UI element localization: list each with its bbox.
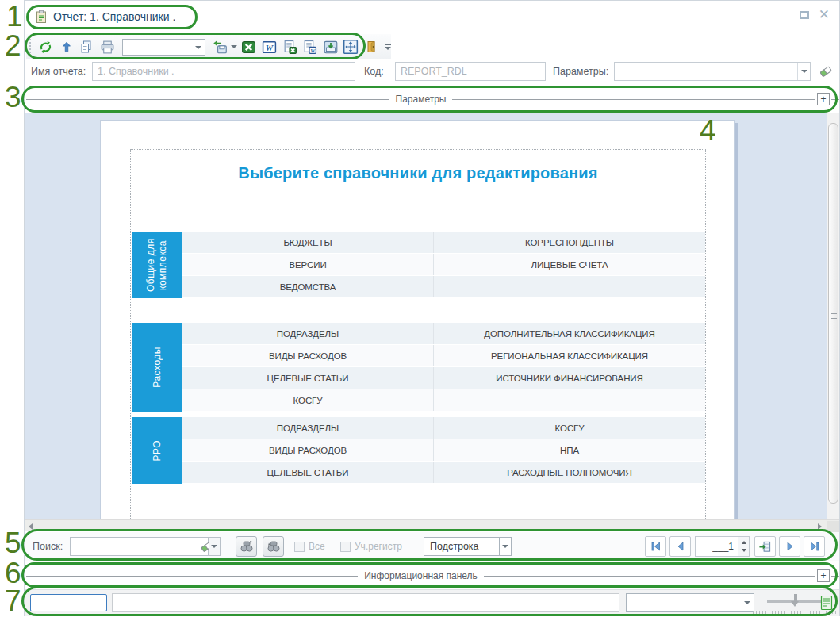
svg-text:W: W <box>266 43 274 52</box>
export-word-template-icon[interactable]: W <box>301 38 319 56</box>
report-group-rro: РРО ПОДРАЗДЕЛЫ КОСГУ ВИДЫ РАСХОДОВ НПА <box>132 417 705 484</box>
send-icon[interactable] <box>322 38 339 56</box>
expand-info-panel-button[interactable]: + <box>817 569 830 582</box>
clear-parameters-button[interactable] <box>817 63 834 80</box>
scrollbar-corner <box>827 521 839 532</box>
binoculars-icon <box>240 539 254 554</box>
page-layout-icon[interactable] <box>819 595 834 611</box>
report-name-field[interactable] <box>92 62 355 81</box>
dictionary-link[interactable] <box>434 276 705 297</box>
go-to-page-button[interactable] <box>754 536 776 557</box>
exit-icon[interactable] <box>362 38 380 56</box>
table-row: КОСГУ <box>182 389 705 411</box>
annotation-number-5: 5 <box>5 527 21 560</box>
dictionary-link[interactable]: ЦЕЛЕВЫЕ СТАТЬИ <box>182 367 434 389</box>
zoom-slider[interactable] <box>767 590 823 617</box>
close-window-icon[interactable]: ✕ <box>819 9 830 21</box>
toolbar-overflow-icon[interactable] <box>385 44 391 50</box>
dictionary-link[interactable]: ДОПОЛНИТЕЛЬНАЯ КЛАССИФИКАЦИЯ <box>434 323 705 344</box>
dictionary-link[interactable]: ВЕРСИИ <box>182 254 434 275</box>
dictionary-link[interactable]: ВИДЫ РАСХОДОВ <box>182 439 434 461</box>
search-mode-dropdown[interactable] <box>499 537 512 556</box>
table-row: ПОДРАЗДЕЛЫ КОСГУ <box>182 417 705 439</box>
find-previous-button[interactable] <box>263 536 284 557</box>
expand-parameters-button[interactable]: + <box>817 93 830 105</box>
dictionary-link[interactable]: КОСГУ <box>182 389 434 411</box>
dictionary-link[interactable]: ЛИЦЕВЫЕ СЧЕТА <box>434 254 705 275</box>
search-history-dropdown[interactable] <box>209 537 221 556</box>
next-page-button[interactable] <box>779 536 800 557</box>
restore-window-icon[interactable] <box>800 11 809 19</box>
dictionary-link[interactable]: ВИДЫ РАСХОДОВ <box>182 345 434 366</box>
zoom-slider-ticks <box>753 611 837 614</box>
find-next-button[interactable] <box>236 536 257 557</box>
dictionary-link[interactable]: ЦЕЛЕВЫЕ СТАТЬИ <box>182 462 434 483</box>
last-page-icon <box>808 541 821 552</box>
excel-icon[interactable] <box>240 38 258 56</box>
report-group-header: Общие для комплекса <box>132 232 182 298</box>
eraser-icon <box>819 64 833 79</box>
binoculars-icon <box>267 539 281 554</box>
export-icon[interactable] <box>212 38 229 56</box>
dictionary-link[interactable]: РЕГИОНАЛЬНАЯ КЛАССИФИКАЦИЯ <box>434 345 705 366</box>
report-name-label: Имя отчета: <box>31 66 86 77</box>
dictionary-link[interactable]: БЮДЖЕТЫ <box>182 232 434 253</box>
report-form-row: Имя отчета: Код: Параметры: <box>25 61 839 83</box>
match-case-checkbox[interactable]: Уч.регистр <box>340 541 402 552</box>
fullscreen-icon[interactable] <box>343 38 360 56</box>
first-page-button[interactable] <box>645 536 666 557</box>
scroll-right-icon[interactable] <box>818 523 822 530</box>
progress-indicator <box>30 594 107 611</box>
dictionary-link[interactable]: ПОДРАЗДЕЛЫ <box>182 417 434 439</box>
zoom-slider-thumb[interactable] <box>791 594 800 608</box>
report-template-combobox[interactable] <box>122 39 205 56</box>
move-up-icon[interactable] <box>58 38 75 56</box>
page-spinner[interactable] <box>738 536 750 557</box>
toolbar-grip[interactable] <box>29 38 33 56</box>
page-number-input[interactable] <box>696 537 738 556</box>
export-excel-template-icon[interactable] <box>281 38 298 56</box>
parameters-combobox[interactable] <box>614 62 811 81</box>
horizontal-scrollbar[interactable] <box>25 519 839 531</box>
first-page-icon <box>650 541 662 552</box>
word-icon[interactable]: W <box>260 38 278 56</box>
dictionary-link[interactable] <box>434 389 705 411</box>
status-message-field <box>112 593 619 612</box>
dictionary-link[interactable]: РАСХОДНЫЕ ПОЛНОМОЧИЯ <box>434 462 705 483</box>
vertical-scrollbar-thumb[interactable] <box>828 123 838 504</box>
dictionary-link[interactable]: КОРРЕСПОНДЕНТЫ <box>434 232 705 253</box>
report-title: Выберите справочники для редактирования <box>131 164 705 182</box>
print-icon[interactable] <box>98 38 116 56</box>
report-code-field[interactable] <box>395 62 546 81</box>
spin-up-icon[interactable] <box>742 541 746 544</box>
copy-icon[interactable] <box>78 38 95 56</box>
previous-page-button[interactable] <box>669 536 691 557</box>
table-row: ВИДЫ РАСХОДОВ НПА <box>182 439 705 461</box>
search-mode-combobox[interactable]: Подстрока <box>424 537 500 556</box>
report-group-common: Общие для комплекса БЮДЖЕТЫ КОРРЕСПОНДЕН… <box>132 232 705 298</box>
checkbox-icon <box>340 542 351 552</box>
table-row: ПОДРАЗДЕЛЫ ДОПОЛНИТЕЛЬНАЯ КЛАССИФИКАЦИЯ <box>182 323 705 344</box>
refresh-icon[interactable] <box>37 38 55 56</box>
export-dropdown-icon[interactable] <box>231 45 237 48</box>
checkbox-icon <box>294 542 305 552</box>
status-combobox[interactable] <box>626 593 754 612</box>
report-group-expenses: Расходы ПОДРАЗДЕЛЫ ДОПОЛНИТЕЛЬНАЯ КЛАССИ… <box>132 323 705 412</box>
chevron-down-icon <box>744 601 750 604</box>
spin-down-icon[interactable] <box>742 549 746 552</box>
table-row: ЦЕЛЕВЫЕ СТАТЬИ ИСТОЧНИКИ ФИНАНСИРОВАНИЯ <box>182 367 705 389</box>
status-bar <box>25 589 839 616</box>
last-page-button[interactable] <box>804 536 825 557</box>
search-input[interactable] <box>71 538 200 555</box>
chevron-down-icon <box>195 46 201 49</box>
search-all-checkbox[interactable]: Все <box>294 541 325 552</box>
scroll-left-icon[interactable] <box>29 523 33 530</box>
dictionary-link[interactable]: ВЕДОМСТВА <box>182 276 434 297</box>
dictionary-link[interactable]: НПА <box>434 439 705 461</box>
table-row: БЮДЖЕТЫ КОРРЕСПОНДЕНТЫ <box>182 232 705 253</box>
dictionary-link[interactable]: ПОДРАЗДЕЛЫ <box>182 323 434 344</box>
dictionary-link[interactable]: КОСГУ <box>434 417 705 439</box>
dictionary-link[interactable]: ИСТОЧНИКИ ФИНАНСИРОВАНИЯ <box>434 367 705 389</box>
table-row: ВЕРСИИ ЛИЦЕВЫЕ СЧЕТА <box>182 254 705 275</box>
vertical-scrollbar[interactable] <box>827 113 839 519</box>
